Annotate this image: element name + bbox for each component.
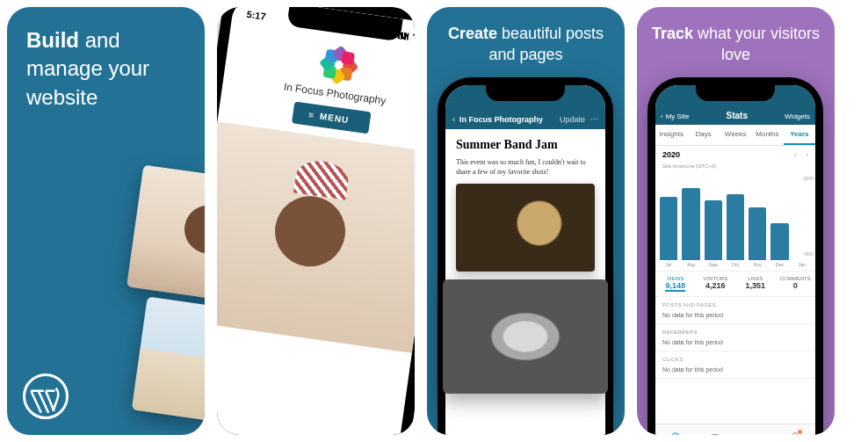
- menu-button[interactable]: ≡MENU: [292, 101, 372, 134]
- nav-widgets-button[interactable]: Widgets: [785, 112, 810, 120]
- tabbar-mysite[interactable]: My Site: [655, 424, 696, 435]
- tab-weeks[interactable]: Weeks: [720, 125, 751, 145]
- xaxis-label: Aug: [682, 262, 699, 267]
- xaxis-label: Oct: [727, 262, 744, 267]
- photo-beach: [132, 296, 205, 429]
- phone-screen: ‹ My Site Stats Widgets Insights Days We…: [655, 85, 815, 435]
- year-label: 2020: [662, 150, 680, 159]
- headline-create: Create beautiful posts and pages: [427, 7, 625, 66]
- headline-track: Track what your visitors love: [637, 7, 835, 66]
- next-year-button[interactable]: ›: [806, 150, 808, 159]
- chevron-left-icon[interactable]: ‹: [661, 112, 663, 120]
- xaxis-label: Jan: [793, 262, 811, 267]
- hamburger-icon: ≡: [308, 110, 315, 120]
- panel-site-preview: 5:17 In Focus Ph: [217, 7, 415, 435]
- phone-frame: ‹ My Site Stats Widgets Insights Days We…: [647, 77, 823, 435]
- tab-months[interactable]: Months: [751, 125, 783, 145]
- panel-track: Track what your visitors love ‹ My Site …: [637, 7, 835, 435]
- phone-screen: 5:17 In Focus Ph: [217, 7, 415, 435]
- editor-site-name[interactable]: In Focus Photography: [459, 115, 543, 124]
- stat-card[interactable]: LIKES1,351: [735, 272, 776, 296]
- tab-insights[interactable]: Insights: [655, 125, 687, 145]
- phone-notch: [696, 85, 775, 101]
- section-header: POSTS AND PAGES: [655, 297, 815, 309]
- year-selector: 2020 ‹ ›: [655, 146, 815, 163]
- post-editor[interactable]: Summer Band Jam This event was so much f…: [445, 129, 605, 280]
- nav-back-label[interactable]: My Site: [666, 112, 690, 120]
- xaxis-label: Nov: [749, 262, 766, 267]
- wifi-icon: [411, 33, 415, 43]
- more-icon[interactable]: ⋯: [590, 115, 598, 124]
- post-text[interactable]: This event was so much fun, I couldn't w…: [456, 157, 595, 177]
- update-button[interactable]: Update: [560, 115, 585, 124]
- chart-bar[interactable]: [682, 188, 699, 260]
- section-header: REFERRERS: [655, 324, 815, 337]
- app-store-screenshots: Build and manage your website 5:17: [0, 0, 868, 442]
- stats-sections: POSTS AND PAGESNo data for this periodRE…: [655, 297, 815, 379]
- panel-create: Create beautiful posts and pages ‹ In Fo…: [427, 7, 625, 435]
- wordpress-icon: [670, 432, 681, 436]
- wordpress-logo-icon: [23, 373, 69, 419]
- post-photo-microphone: [443, 279, 608, 394]
- stat-card[interactable]: COMMENTS0: [776, 272, 816, 296]
- xaxis-label: Sept: [705, 262, 722, 267]
- chart-bar[interactable]: [660, 197, 677, 260]
- tabbar-reader[interactable]: Reader: [696, 424, 736, 435]
- stats-bar-chart[interactable]: 8000 4500: [655, 172, 815, 260]
- prev-year-button[interactable]: ‹: [794, 150, 797, 159]
- status-time: 5:17: [246, 9, 266, 22]
- svg-point-0: [671, 433, 680, 436]
- notification-dot-icon: [798, 430, 802, 434]
- tabbar-create[interactable]: [735, 424, 776, 435]
- section-row: No data for this period: [655, 364, 815, 379]
- tab-years[interactable]: Years: [784, 125, 815, 145]
- chart-bar[interactable]: [727, 194, 744, 260]
- post-photo-guitar[interactable]: [456, 184, 595, 272]
- section-header: CLICKS: [655, 351, 815, 364]
- tabbar-notifications[interactable]: Notifications: [776, 424, 816, 435]
- svg-rect-1: [712, 434, 719, 435]
- phone-notch: [486, 85, 565, 101]
- xaxis-label: Jul: [660, 262, 677, 267]
- stat-card[interactable]: VISITORS4,216: [696, 272, 736, 296]
- stats-cards: VIEWS9,148VISITORS4,216LIKES1,351COMMENT…: [655, 271, 815, 297]
- phone-frame: 5:17 In Focus Ph: [217, 7, 415, 435]
- chevron-left-icon[interactable]: ‹: [452, 115, 455, 124]
- section-row: No data for this period: [655, 309, 815, 324]
- panel-build: Build and manage your website: [7, 7, 205, 435]
- hero-photo: [217, 121, 415, 352]
- period-tabs: Insights Days Weeks Months Years: [655, 125, 815, 146]
- chart-bar[interactable]: [705, 200, 722, 260]
- bottom-tabbar: My Site Reader: [655, 424, 815, 435]
- pencil-icon: [750, 435, 761, 436]
- photo-portrait: [127, 165, 205, 307]
- chart-bar[interactable]: [749, 207, 766, 260]
- chart-xaxis: JulAugSeptOctNovDecJan: [655, 260, 815, 271]
- nav-title: Stats: [726, 111, 747, 120]
- chart-yaxis: 8000 4500: [804, 172, 814, 260]
- timezone-label: Site timezone (UTC+0): [655, 163, 815, 172]
- site-logo-icon: [319, 45, 358, 84]
- headline-build: Build and manage your website: [7, 7, 205, 112]
- section-row: No data for this period: [655, 337, 815, 351]
- post-title[interactable]: Summer Band Jam: [456, 138, 595, 152]
- reader-icon: [710, 432, 720, 436]
- tab-days[interactable]: Days: [687, 125, 719, 145]
- chart-bar[interactable]: [770, 223, 788, 260]
- xaxis-label: Dec: [770, 262, 788, 267]
- stat-card[interactable]: VIEWS9,148: [655, 272, 696, 296]
